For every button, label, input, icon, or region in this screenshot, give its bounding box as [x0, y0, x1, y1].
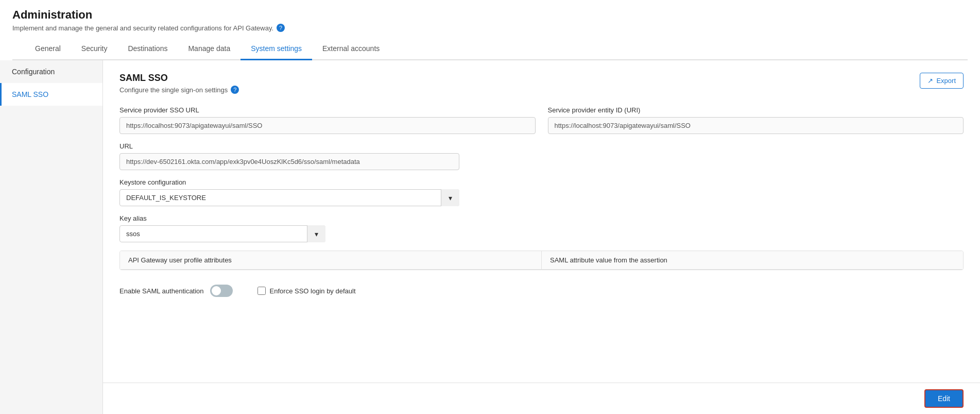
entity-id-label: Service provider entity ID (URI)	[548, 106, 964, 114]
sidebar-item-configuration[interactable]: Configuration	[0, 60, 102, 83]
enforce-sso-label: Enforce SSO login by default	[270, 287, 356, 295]
keystore-select[interactable]: DEFAULT_IS_KEYSTORE	[119, 189, 459, 206]
section-help-icon[interactable]: ?	[231, 86, 239, 94]
enforce-sso-checkbox[interactable]	[257, 287, 266, 295]
page-wrapper: Administration Implement and manage the …	[0, 0, 980, 414]
form-row-sso: Service provider SSO URL Service provide…	[119, 106, 964, 134]
sidebar-item-saml-sso[interactable]: SAML SSO	[0, 83, 102, 106]
attributes-col2: SAML attribute value from the assertion	[542, 251, 963, 269]
page-title: Administration	[12, 8, 968, 22]
section-subtitle: Configure the single sign-on settings ?	[119, 86, 964, 94]
options-row: Enable SAML authentication Enforce SSO l…	[119, 278, 964, 303]
section-title: SAML SSO	[119, 73, 964, 84]
tab-external-accounts[interactable]: External accounts	[312, 38, 390, 60]
form-group-sso-url: Service provider SSO URL	[119, 106, 536, 134]
form-group-keystore: Keystore configuration DEFAULT_IS_KEYSTO…	[119, 178, 459, 206]
attributes-table: API Gateway user profile attributes SAML…	[119, 251, 964, 270]
url-label: URL	[119, 142, 964, 150]
form-row-keystore: Keystore configuration DEFAULT_IS_KEYSTO…	[119, 178, 964, 206]
form-group-url: URL	[119, 142, 964, 170]
section-subtitle-text: Configure the single sign-on settings	[119, 86, 228, 94]
main-layout: Configuration SAML SSO ↗ Export SAML SSO…	[0, 60, 980, 414]
key-alias-select-wrapper: ssos ▾	[119, 225, 325, 242]
export-label: Export	[936, 77, 956, 85]
enable-saml-label: Enable SAML authentication	[119, 287, 204, 295]
edit-button[interactable]: Edit	[924, 389, 964, 408]
attributes-table-header: API Gateway user profile attributes SAML…	[120, 251, 963, 270]
key-alias-select[interactable]: ssos	[119, 225, 325, 242]
tab-manage-data[interactable]: Manage data	[178, 38, 240, 60]
tab-destinations[interactable]: Destinations	[117, 38, 178, 60]
form-row-url: URL	[119, 142, 964, 170]
sidebar: Configuration SAML SSO	[0, 60, 103, 414]
export-icon: ↗	[927, 77, 933, 85]
attributes-col1: API Gateway user profile attributes	[120, 251, 542, 269]
form-group-entity-id: Service provider entity ID (URI)	[548, 106, 964, 134]
enable-saml-toggle[interactable]	[210, 285, 233, 297]
form-row-key-alias: Key alias ssos ▾	[119, 214, 964, 242]
entity-id-input[interactable]	[548, 117, 964, 134]
tab-navigation: General Security Destinations Manage dat…	[12, 38, 968, 60]
tab-security[interactable]: Security	[71, 38, 118, 60]
toggle-slider	[210, 285, 233, 297]
keystore-select-wrapper: DEFAULT_IS_KEYSTORE ▾	[119, 189, 459, 206]
export-button[interactable]: ↗ Export	[920, 73, 964, 89]
form-group-key-alias: Key alias ssos ▾	[119, 214, 325, 242]
page-subtitle: Implement and manage the general and sec…	[12, 24, 968, 32]
tab-system-settings[interactable]: System settings	[240, 38, 312, 60]
subtitle-help-icon[interactable]: ?	[277, 24, 285, 32]
key-alias-label: Key alias	[119, 214, 325, 222]
keystore-label: Keystore configuration	[119, 178, 459, 186]
tab-general[interactable]: General	[25, 38, 71, 60]
subtitle-text: Implement and manage the general and sec…	[12, 24, 273, 32]
main-content: ↗ Export SAML SSO Configure the single s…	[103, 60, 980, 414]
sso-url-label: Service provider SSO URL	[119, 106, 536, 114]
enable-saml-group: Enable SAML authentication	[119, 285, 233, 297]
enforce-sso-group: Enforce SSO login by default	[257, 287, 356, 295]
sso-url-input[interactable]	[119, 117, 536, 134]
header: Administration Implement and manage the …	[0, 0, 980, 60]
url-input[interactable]	[119, 153, 459, 170]
bottom-bar: Edit	[103, 383, 980, 414]
